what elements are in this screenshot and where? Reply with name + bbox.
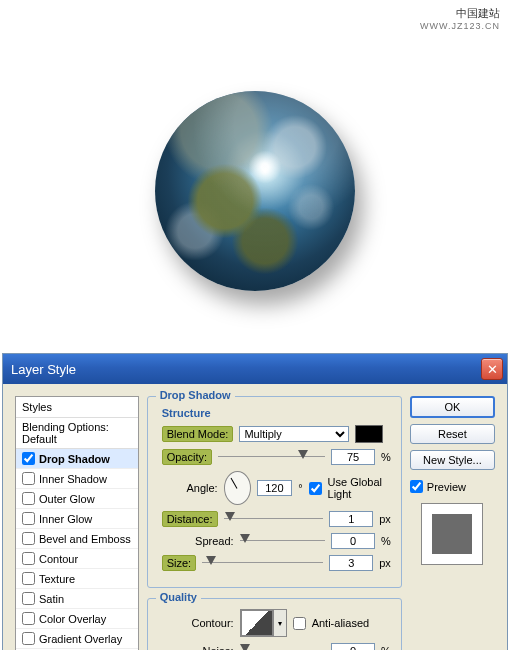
style-checkbox[interactable] bbox=[22, 572, 35, 585]
globe-preview bbox=[0, 31, 510, 351]
structure-heading: Structure bbox=[162, 407, 391, 419]
noise-unit: % bbox=[381, 645, 391, 650]
style-row-inner-shadow[interactable]: Inner Shadow bbox=[16, 469, 138, 489]
angle-label: Angle: bbox=[162, 482, 218, 494]
layer-style-dialog: Layer Style ✕ Styles Blending Options: D… bbox=[2, 353, 508, 650]
angle-unit: ° bbox=[298, 482, 302, 494]
watermark-line1: 中国建站 bbox=[10, 6, 500, 21]
noise-value[interactable]: 0 bbox=[331, 643, 375, 650]
preview-thumbnail bbox=[421, 503, 483, 565]
shadow-color-swatch[interactable] bbox=[355, 425, 383, 443]
watermark: 中国建站 WWW.JZ123.CN bbox=[0, 0, 510, 31]
style-checkbox[interactable] bbox=[22, 512, 35, 525]
dialog-title: Layer Style bbox=[11, 362, 76, 377]
quality-group: Quality Contour: ▾ Anti-aliased Noise: 0… bbox=[147, 598, 402, 650]
style-label: Inner Glow bbox=[39, 513, 92, 525]
spread-unit: % bbox=[381, 535, 391, 547]
anti-aliased-label: Anti-aliased bbox=[312, 617, 369, 629]
contour-label: Contour: bbox=[162, 617, 234, 629]
style-label: Texture bbox=[39, 573, 75, 585]
noise-label: Noise: bbox=[162, 645, 234, 650]
distance-unit: px bbox=[379, 513, 391, 525]
close-icon: ✕ bbox=[487, 362, 498, 377]
style-row-gradient-overlay[interactable]: Gradient Overlay bbox=[16, 629, 138, 649]
panel-title: Drop Shadow bbox=[156, 389, 235, 401]
style-row-inner-glow[interactable]: Inner Glow bbox=[16, 509, 138, 529]
opacity-slider[interactable] bbox=[218, 450, 325, 464]
reset-button[interactable]: Reset bbox=[410, 424, 495, 444]
style-checkbox[interactable] bbox=[22, 552, 35, 565]
size-label: Size: bbox=[162, 555, 196, 571]
style-checkbox[interactable] bbox=[22, 472, 35, 485]
dialog-buttons: OK Reset New Style... Preview bbox=[410, 396, 495, 650]
preview-checkbox[interactable] bbox=[410, 480, 423, 493]
use-global-light-checkbox[interactable] bbox=[309, 482, 322, 495]
style-checkbox[interactable] bbox=[22, 452, 35, 465]
anti-aliased-checkbox[interactable] bbox=[293, 617, 306, 630]
opacity-unit: % bbox=[381, 451, 391, 463]
style-checkbox[interactable] bbox=[22, 492, 35, 505]
size-unit: px bbox=[379, 557, 391, 569]
drop-shadow-group: Drop Shadow Structure Blend Mode: Multip… bbox=[147, 396, 402, 588]
opacity-value[interactable]: 75 bbox=[331, 449, 375, 465]
quality-heading: Quality bbox=[156, 591, 201, 603]
new-style-button[interactable]: New Style... bbox=[410, 450, 495, 470]
style-checkbox[interactable] bbox=[22, 592, 35, 605]
style-label: Inner Shadow bbox=[39, 473, 107, 485]
angle-value[interactable]: 120 bbox=[257, 480, 293, 496]
noise-slider[interactable] bbox=[240, 644, 325, 650]
size-value[interactable]: 3 bbox=[329, 555, 373, 571]
style-row-outer-glow[interactable]: Outer Glow bbox=[16, 489, 138, 509]
style-label: Satin bbox=[39, 593, 64, 605]
style-label: Outer Glow bbox=[39, 493, 95, 505]
distance-label: Distance: bbox=[162, 511, 218, 527]
style-label: Color Overlay bbox=[39, 613, 106, 625]
ok-button[interactable]: OK bbox=[410, 396, 495, 418]
style-row-contour[interactable]: Contour bbox=[16, 549, 138, 569]
spread-value[interactable]: 0 bbox=[331, 533, 375, 549]
settings-panel: Drop Shadow Structure Blend Mode: Multip… bbox=[147, 396, 402, 650]
use-global-light-label: Use Global Light bbox=[328, 476, 391, 500]
style-label: Contour bbox=[39, 553, 78, 565]
angle-dial[interactable] bbox=[224, 471, 251, 505]
size-slider[interactable] bbox=[202, 556, 323, 570]
style-checkbox[interactable] bbox=[22, 532, 35, 545]
style-label: Bevel and Emboss bbox=[39, 533, 131, 545]
blend-mode-label: Blend Mode: bbox=[162, 426, 234, 442]
style-label: Gradient Overlay bbox=[39, 633, 122, 645]
preview-label: Preview bbox=[427, 481, 466, 493]
distance-value[interactable]: 1 bbox=[329, 511, 373, 527]
spread-slider[interactable] bbox=[240, 534, 325, 548]
style-row-drop-shadow[interactable]: Drop Shadow bbox=[16, 449, 138, 469]
style-row-texture[interactable]: Texture bbox=[16, 569, 138, 589]
close-button[interactable]: ✕ bbox=[481, 358, 503, 380]
blend-mode-select[interactable]: Multiply bbox=[239, 426, 349, 442]
style-checkbox[interactable] bbox=[22, 632, 35, 645]
style-row-satin[interactable]: Satin bbox=[16, 589, 138, 609]
style-label: Drop Shadow bbox=[39, 453, 110, 465]
contour-swatch bbox=[241, 610, 273, 636]
styles-list: Styles Blending Options: Default Drop Sh… bbox=[15, 396, 139, 650]
titlebar[interactable]: Layer Style ✕ bbox=[3, 354, 507, 384]
styles-header[interactable]: Styles bbox=[16, 397, 138, 418]
watermark-line2: WWW.JZ123.CN bbox=[10, 21, 500, 31]
style-checkbox[interactable] bbox=[22, 612, 35, 625]
chevron-down-icon[interactable]: ▾ bbox=[273, 610, 286, 636]
contour-picker[interactable]: ▾ bbox=[240, 609, 287, 637]
spread-label: Spread: bbox=[162, 535, 234, 547]
style-row-color-overlay[interactable]: Color Overlay bbox=[16, 609, 138, 629]
distance-slider[interactable] bbox=[224, 512, 324, 526]
blending-options[interactable]: Blending Options: Default bbox=[16, 418, 138, 449]
opacity-label: Opacity: bbox=[162, 449, 212, 465]
style-row-bevel-and-emboss[interactable]: Bevel and Emboss bbox=[16, 529, 138, 549]
globe-image bbox=[155, 91, 355, 291]
